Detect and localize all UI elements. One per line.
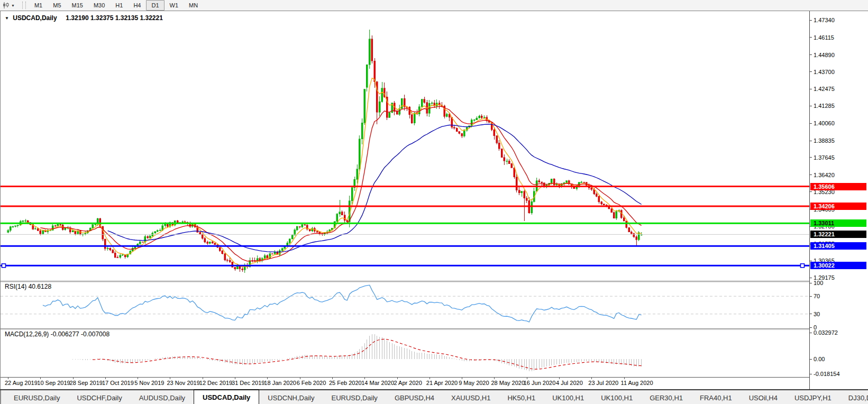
timeframe-button-w1[interactable]: W1 — [165, 0, 184, 11]
chart-tab-audusd-daily[interactable]: AUDUSD,Daily — [131, 390, 194, 404]
time-axis-tick: 23 Nov 2019 — [167, 380, 199, 386]
time-axis-tick: 10 Sep 2019 — [37, 380, 70, 386]
time-axis-tick: 28 Sep 2019 — [70, 380, 103, 386]
macd-axis-tick: -0.018154 — [814, 371, 840, 377]
time-axis-tick-mark — [300, 378, 300, 379]
timeframe-button-m30[interactable]: M30 — [88, 0, 110, 11]
chart-tab-hk50-h1[interactable]: HK50,H1 — [499, 390, 544, 404]
time-axis-tick-mark — [494, 378, 495, 379]
tabbar-grip[interactable] — [0, 390, 1, 404]
time-axis-tick-mark — [624, 378, 625, 379]
top-toolbar: ▼ M1M5M15M30H1H4D1W1MN — [0, 0, 868, 11]
axis-tick-mark — [810, 20, 812, 21]
timeframe-button-m15[interactable]: M15 — [67, 0, 88, 11]
macd-pane[interactable] — [1, 329, 809, 376]
chart-tab-eurusd-daily[interactable]: EURUSD,Daily — [323, 390, 386, 404]
chart-tab-usdchf-daily[interactable]: USDCHF,Daily — [68, 390, 130, 404]
axis-tick-mark — [810, 175, 812, 175]
time-axis-tick: 25 Feb 2020 — [329, 380, 362, 386]
timeframe-button-d1[interactable]: D1 — [146, 0, 164, 11]
time-axis-tick: 14 Mar 2020 — [361, 380, 394, 386]
time-axis-tick: 21 Apr 2020 — [426, 380, 458, 386]
chart-plot-area: ▼ USDCAD,Daily 1.32190 1.32375 1.32135 1… — [1, 11, 809, 389]
time-axis-tick-mark — [364, 378, 365, 379]
chart-tab-usdjpy-h1[interactable]: USDJPY,H1 — [786, 390, 840, 404]
chevron-down-icon: ▼ — [11, 4, 15, 7]
time-axis-tick-mark — [138, 378, 138, 379]
time-axis-tick: 31 Dec 2019 — [232, 380, 264, 386]
price-axis-tick: 1.38835 — [814, 137, 835, 144]
timeframe-toolbar: M1M5M15M30H1H4D1W1MN — [29, 0, 203, 11]
rsi-axis-tick: 30 — [814, 311, 820, 317]
price-axis-tick: 1.42475 — [814, 86, 835, 92]
price-axis-tick: 1.37645 — [814, 154, 835, 161]
chart-ohlc-values: 1.32190 1.32375 1.32135 1.32221 — [66, 14, 163, 22]
axis-tick-mark — [810, 141, 812, 141]
axis-tick-mark — [810, 123, 812, 124]
time-axis-tick-mark — [430, 378, 430, 379]
chart-tab-ger30-h1[interactable]: GER30,H1 — [641, 390, 691, 404]
axis-tick-mark — [810, 157, 812, 158]
chart-tab-usdcnh-daily[interactable]: USDCNH,Daily — [259, 390, 323, 404]
timeframe-button-h1[interactable]: H1 — [110, 0, 128, 11]
price-level-badge: 1.30022 — [810, 262, 866, 269]
symbol-dropdown-icon[interactable]: ▼ — [5, 16, 9, 21]
time-axis-tick-mark — [267, 378, 268, 379]
timeframe-button-m1[interactable]: M1 — [29, 0, 48, 11]
timeframe-button-m5[interactable]: M5 — [48, 0, 66, 11]
time-axis-tick-mark — [73, 378, 74, 379]
mt4-window: ▼ M1M5M15M30H1H4D1W1MN ▼ USDCAD,Daily 1.… — [0, 0, 868, 404]
axis-tick-mark — [810, 191, 812, 192]
chart-tab-usdcad-daily[interactable]: USDCAD,Daily — [194, 389, 259, 404]
chart-tab-eurusd-daily[interactable]: EURUSD,Daily — [5, 390, 68, 404]
chart-tools-icon[interactable]: ▼ — [0, 0, 19, 11]
axis-tick-mark — [810, 37, 812, 38]
axis-tick-mark — [810, 359, 812, 360]
time-axis-tick: 9 May 2020 — [459, 380, 489, 386]
price-axis-tick: 1.47340 — [814, 17, 835, 23]
macd-label: MACD(12,26,9) -0.006277 -0.007008 — [5, 330, 109, 338]
time-axis-tick-mark — [203, 378, 203, 379]
chart-tab-dj30-daily[interactable]: DJ30,Daily — [840, 390, 868, 404]
time-axis-tick-mark — [235, 378, 235, 379]
timeframe-button-mn[interactable]: MN — [184, 0, 203, 11]
price-axis[interactable]: 1.473401.461151.448901.437001.424751.412… — [809, 11, 868, 389]
chart-tab-bar: EURUSD,DailyUSDCHF,DailyAUDUSD,DailyUSDC… — [0, 389, 868, 404]
pane-separator[interactable] — [1, 281, 867, 282]
chart-tab-uk100-h1[interactable]: UK100,H1 — [592, 390, 641, 404]
hline-handle — [2, 264, 6, 268]
time-axis-tick-mark — [8, 378, 8, 379]
rsi-pane[interactable] — [1, 282, 809, 328]
time-axis-tick-mark — [105, 378, 106, 379]
rsi-axis-tick: 100 — [814, 280, 823, 286]
price-chart-pane[interactable] — [1, 12, 809, 282]
chart-tab-uk100-h1[interactable]: UK100,H1 — [544, 390, 592, 404]
axis-tick-mark — [810, 283, 812, 283]
price-axis-tick: 1.44890 — [814, 52, 835, 58]
chart-tab-xauusd-h1[interactable]: XAUUSD,H1 — [443, 390, 499, 404]
axis-tick-mark — [810, 327, 812, 328]
time-axis-tick: 5 Nov 2019 — [134, 380, 164, 386]
time-axis-tick-mark — [527, 378, 527, 379]
time-axis-tick: 4 Jul 2020 — [556, 380, 583, 386]
time-axis-tick: 11 Aug 2020 — [621, 380, 653, 386]
time-axis-tick-mark — [170, 378, 170, 379]
price-axis-tick: 1.40060 — [814, 120, 835, 126]
chart-tab-usoil-h4[interactable]: USOil,H4 — [741, 390, 786, 404]
time-axis-tick: 17 Oct 2019 — [102, 380, 134, 386]
chart-window: ▼ USDCAD,Daily 1.32190 1.32375 1.32135 1… — [0, 11, 868, 390]
time-axis-tick: 22 Aug 2019 — [5, 380, 38, 386]
chart-tab-fra40-h1[interactable]: FRA40,H1 — [691, 390, 741, 404]
time-axis[interactable]: 22 Aug 201910 Sep 201928 Sep 201917 Oct … — [1, 377, 809, 390]
timeframe-button-h4[interactable]: H4 — [128, 0, 146, 11]
bid-price-badge: 1.32221 — [810, 231, 866, 238]
chart-tab-gbpusd-h4[interactable]: GBPUSD,H4 — [386, 390, 443, 404]
price-axis-tick: 1.43700 — [814, 69, 835, 75]
chart-symbol-label: USDCAD,Daily — [13, 14, 57, 22]
toolbar-grip[interactable] — [22, 2, 26, 9]
time-axis-tick-mark — [397, 378, 398, 379]
time-axis-tick: 23 Jul 2020 — [588, 380, 618, 386]
pane-separator[interactable] — [1, 328, 867, 330]
time-axis-tick-mark — [462, 378, 462, 379]
price-level-badge: 1.34206 — [810, 203, 866, 210]
